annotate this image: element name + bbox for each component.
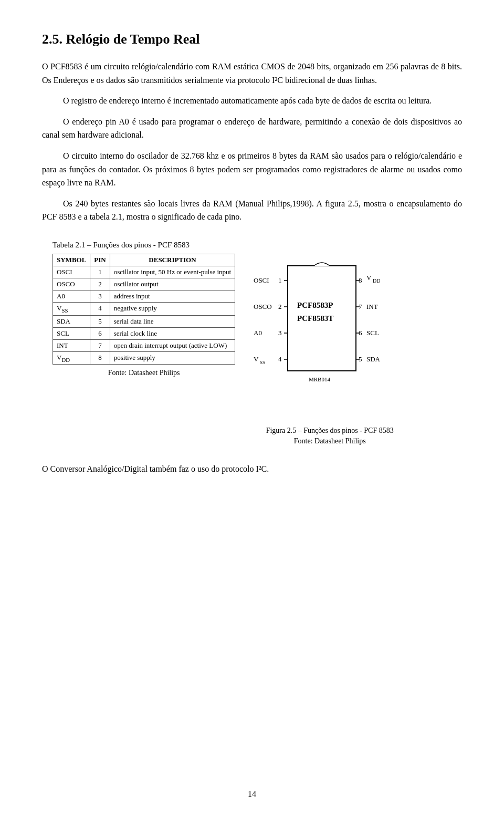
pin-table: SYMBOL PIN DESCRIPTION OSCI 1 oscillator… bbox=[52, 254, 235, 365]
page-number: 14 bbox=[248, 790, 256, 799]
svg-text:1: 1 bbox=[278, 276, 282, 284]
final-paragraph: O Conversor Analógico/Digital também faz… bbox=[42, 462, 462, 476]
cell-pin: 5 bbox=[90, 315, 110, 327]
svg-text:A0: A0 bbox=[254, 329, 262, 337]
paragraph-3: O endereço pin A0 é usado para programar… bbox=[42, 115, 462, 142]
table-row: VSS 4 negative supply bbox=[53, 302, 235, 315]
cell-symbol: OSCI bbox=[53, 266, 90, 278]
table-row: OSCO 2 oscillator output bbox=[53, 278, 235, 290]
svg-text:V: V bbox=[254, 355, 259, 363]
table-row: SCL 6 serial clock line bbox=[53, 327, 235, 339]
paragraph-1: O PCF8583 é um circuito relógio/calendár… bbox=[42, 60, 462, 87]
cell-symbol: INT bbox=[53, 339, 90, 351]
table-head: SYMBOL PIN DESCRIPTION bbox=[53, 254, 235, 266]
svg-text:OSCO: OSCO bbox=[254, 303, 272, 310]
cell-desc: serial clock line bbox=[110, 327, 235, 339]
svg-text:4: 4 bbox=[278, 355, 282, 363]
svg-text:DD: DD bbox=[373, 278, 380, 284]
figure-caption-line2: Fonte: Datasheet Philips bbox=[294, 437, 366, 445]
paragraph-2: O registro de endereço interno é increme… bbox=[42, 94, 462, 108]
svg-text:INT: INT bbox=[366, 303, 378, 310]
table-header-row: SYMBOL PIN DESCRIPTION bbox=[53, 254, 235, 266]
cell-symbol: SDA bbox=[53, 315, 90, 327]
table-row: SDA 5 serial data line bbox=[53, 315, 235, 327]
col-symbol: SYMBOL bbox=[53, 254, 90, 266]
cell-desc: negative supply bbox=[110, 302, 235, 315]
cell-pin: 8 bbox=[90, 351, 110, 365]
cell-pin: 7 bbox=[90, 339, 110, 351]
cell-desc: positive supply bbox=[110, 351, 235, 365]
figures-row: Tabela 2.1 – Funções dos pinos - PCF 858… bbox=[42, 241, 462, 445]
cell-desc: open drain interrupt output (active LOW) bbox=[110, 339, 235, 351]
svg-text:3: 3 bbox=[278, 329, 282, 337]
svg-text:SDA: SDA bbox=[366, 355, 381, 363]
table-block: Tabela 2.1 – Funções dos pinos - PCF 858… bbox=[52, 241, 235, 377]
figure-block: OSCI 1 OSCO 2 A0 3 V SS 4 bbox=[251, 255, 408, 445]
svg-text:PCF8583P: PCF8583P bbox=[297, 301, 333, 309]
table-row: OSCI 1 oscillator input, 50 Hz or event-… bbox=[53, 266, 235, 278]
table-row: INT 7 open drain interrupt output (activ… bbox=[53, 339, 235, 351]
cell-desc: serial data line bbox=[110, 315, 235, 327]
cell-symbol: OSCO bbox=[53, 278, 90, 290]
table-source: Fonte: Datasheet Philips bbox=[52, 369, 235, 377]
svg-text:SCL: SCL bbox=[366, 329, 379, 337]
table-caption: Tabela 2.1 – Funções dos pinos - PCF 858… bbox=[52, 241, 235, 250]
section-heading: 2.5. Relógio de Tempo Real bbox=[42, 32, 462, 47]
cell-desc: oscillator input, 50 Hz or event-pulse i… bbox=[110, 266, 235, 278]
table-row: A0 3 address input bbox=[53, 290, 235, 302]
paragraph-4: O circuito interno do oscilador de 32.76… bbox=[42, 149, 462, 190]
cell-desc: address input bbox=[110, 290, 235, 302]
cell-symbol: VSS bbox=[53, 302, 90, 315]
cell-pin: 1 bbox=[90, 266, 110, 278]
table-body: OSCI 1 oscillator input, 50 Hz or event-… bbox=[53, 266, 235, 364]
col-pin: PIN bbox=[90, 254, 110, 266]
chip-diagram: OSCI 1 OSCO 2 A0 3 V SS 4 bbox=[251, 255, 408, 420]
cell-pin: 3 bbox=[90, 290, 110, 302]
svg-text:PCF8583T: PCF8583T bbox=[297, 314, 333, 323]
cell-pin: 6 bbox=[90, 327, 110, 339]
table-row: VDD 8 positive supply bbox=[53, 351, 235, 365]
mrb-label: MRB014 bbox=[309, 376, 330, 382]
svg-text:V: V bbox=[366, 274, 372, 282]
col-description: DESCRIPTION bbox=[110, 254, 235, 266]
figure-caption-line1: Figura 2.5 – Funções dos pinos - PCF 858… bbox=[266, 427, 394, 435]
chip-svg: OSCI 1 OSCO 2 A0 3 V SS 4 bbox=[251, 255, 408, 418]
cell-symbol: SCL bbox=[53, 327, 90, 339]
svg-text:OSCI: OSCI bbox=[254, 276, 269, 284]
paragraph-5: Os 240 bytes restantes são locais livres… bbox=[42, 197, 462, 224]
cell-pin: 2 bbox=[90, 278, 110, 290]
cell-symbol: VDD bbox=[53, 351, 90, 365]
cell-pin: 4 bbox=[90, 302, 110, 315]
svg-text:2: 2 bbox=[278, 303, 282, 310]
svg-text:SS: SS bbox=[260, 360, 265, 365]
cell-symbol: A0 bbox=[53, 290, 90, 302]
cell-desc: oscillator output bbox=[110, 278, 235, 290]
page: 2.5. Relógio de Tempo Real O PCF8583 é u… bbox=[0, 0, 504, 820]
